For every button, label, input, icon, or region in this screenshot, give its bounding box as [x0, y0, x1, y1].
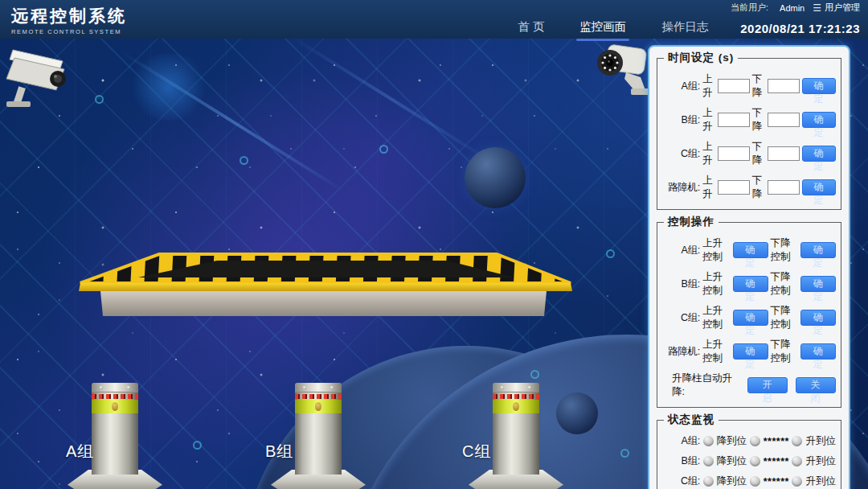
status-up-group: 升到位 [792, 475, 836, 488]
planet-mid [465, 147, 526, 208]
circuit-node [530, 370, 539, 379]
fall-label: 下降 [752, 72, 765, 100]
hamburger-menu-icon: ☰ [813, 2, 821, 14]
app-logo: 远程控制系统 REMOTE CONTROL SYSTEM [11, 5, 127, 35]
user-management-link[interactable]: ☰ 用户管理 [813, 2, 860, 14]
fall-control-label: 下降控制 [771, 304, 799, 331]
rise-label: 上升 [702, 72, 715, 100]
time-rise-input-barrier[interactable] [718, 180, 750, 195]
rise-confirm-button-c[interactable]: 确定 [733, 310, 768, 326]
rise-control-label: 上升控制 [702, 270, 731, 298]
nav-tab-monitor[interactable]: 监控画面 [562, 16, 644, 41]
fall-confirm-button-a[interactable]: 确定 [800, 242, 836, 258]
time-confirm-button-c[interactable]: 确定 [802, 146, 836, 162]
status-masked-label: ****** [764, 476, 789, 487]
auto-close-button[interactable]: 关闭 [796, 377, 836, 393]
section-title-status: 状态监视 [664, 413, 719, 427]
status-mid-group: ****** [750, 456, 789, 467]
bollard-cylinder [295, 383, 342, 475]
bollard-cap [295, 383, 342, 392]
rise-confirm-button-a[interactable]: 确定 [733, 242, 768, 258]
section-time-setting: 时间设定 (s) A组: 上升 下降 确定 B组: 上升 下降 确定 C组: 上… [657, 51, 841, 210]
row-label: A组: [662, 244, 700, 257]
status-indicator-up [792, 456, 802, 466]
bollard-reflective-band [295, 400, 342, 413]
fall-control-label: 下降控制 [771, 338, 799, 365]
fall-label: 下降 [752, 174, 765, 201]
row-label: B组: [662, 277, 700, 291]
bollard-emblem [315, 402, 321, 411]
time-fall-input-c[interactable] [768, 146, 800, 161]
rise-control-label: 上升控制 [702, 236, 731, 264]
status-masked-label: ****** [764, 436, 789, 447]
status-down-group: 降到位 [703, 454, 747, 468]
current-user-label: 当前用户: [731, 2, 768, 14]
circuit-node [193, 441, 202, 450]
status-down-label: 降到位 [717, 454, 747, 468]
circuit-node [379, 145, 388, 154]
time-fall-input-b[interactable] [768, 113, 800, 127]
row-label: A组: [662, 434, 700, 448]
status-indicator-down [703, 476, 714, 487]
row-label: C组: [662, 311, 700, 325]
rise-control-label: 上升控制 [702, 304, 731, 331]
status-indicator-mid [750, 456, 760, 466]
status-indicator-up [792, 476, 802, 487]
bollard-led-strip [295, 394, 342, 399]
status-mid-group: ****** [750, 476, 789, 487]
control-row-barrier: 路障机: 上升控制 确定 下降控制 确定 [662, 338, 836, 365]
bollard-reflective-band [493, 400, 539, 413]
nav-tab-home[interactable]: 首 页 [500, 16, 562, 41]
rise-label: 上升 [702, 174, 715, 201]
auto-open-button[interactable]: 开启 [747, 377, 788, 393]
fall-label: 下降 [752, 140, 765, 167]
status-mid-group: ****** [750, 436, 789, 447]
main-nav: 首 页 监控画面 操作日志 2020/08/21 17:21:23 [500, 16, 860, 41]
time-confirm-button-a[interactable]: 确定 [802, 78, 836, 94]
cctv-camera-icon-left [5, 40, 85, 113]
status-down-group: 降到位 [703, 434, 747, 448]
row-label: C组: [662, 147, 700, 161]
status-row-a: A组: 降到位 ****** 升到位 [662, 434, 836, 448]
rise-confirm-button-barrier[interactable]: 确定 [733, 343, 768, 360]
nav-tab-logs[interactable]: 操作日志 [644, 16, 726, 41]
time-fall-input-barrier[interactable] [768, 180, 800, 195]
time-confirm-button-b[interactable]: 确定 [802, 112, 836, 128]
time-row-c: C组: 上升 下降 确定 [662, 140, 836, 167]
time-fall-input-a[interactable] [768, 79, 800, 93]
time-rise-input-c[interactable] [718, 146, 750, 161]
control-panel: 时间设定 (s) A组: 上升 下降 确定 B组: 上升 下降 确定 C组: 上… [648, 45, 850, 489]
circuit-node [606, 249, 615, 258]
section-control: 控制操作 A组: 上升控制 确定 下降控制 确定 B组: 上升控制 确定 下降控… [657, 215, 841, 408]
bollard-label-c: C组 [462, 441, 491, 462]
rise-label: 上升 [702, 140, 715, 167]
rise-label: 上升 [702, 106, 715, 134]
bollard-reflective-band [92, 400, 138, 413]
header-datetime: 2020/08/21 17:21:23 [726, 22, 860, 35]
bollard-label-b: B组 [265, 441, 293, 462]
bollard-emblem [513, 402, 519, 411]
bollard-group-a [65, 381, 165, 489]
status-indicator-down [703, 456, 714, 466]
time-confirm-button-barrier[interactable]: 确定 [802, 179, 836, 195]
bollard-led-strip [493, 394, 539, 399]
control-row-a: A组: 上升控制 确定 下降控制 确定 [662, 236, 836, 264]
bollard-cap [92, 383, 138, 392]
top-header: 远程控制系统 REMOTE CONTROL SYSTEM 当前用户: Admin… [0, 0, 868, 39]
current-user-name: Admin [780, 3, 805, 13]
section-title-control: 控制操作 [664, 215, 719, 229]
fall-confirm-button-b[interactable]: 确定 [800, 276, 836, 292]
time-rise-input-a[interactable] [718, 79, 750, 93]
status-up-label: 升到位 [805, 454, 836, 468]
fall-confirm-button-c[interactable]: 确定 [800, 310, 836, 326]
row-label: 路障机: [662, 345, 700, 359]
time-rise-input-b[interactable] [718, 113, 750, 127]
time-row-a: A组: 上升 下降 确定 [662, 72, 836, 100]
app-title: 远程控制系统 [11, 5, 127, 27]
rise-confirm-button-b[interactable]: 确定 [733, 276, 768, 292]
fall-confirm-button-barrier[interactable]: 确定 [800, 343, 836, 360]
bollard-cap [493, 383, 539, 392]
bollard-group-b [268, 381, 368, 489]
row-label: C组: [662, 475, 700, 488]
status-indicator-mid [750, 476, 760, 487]
